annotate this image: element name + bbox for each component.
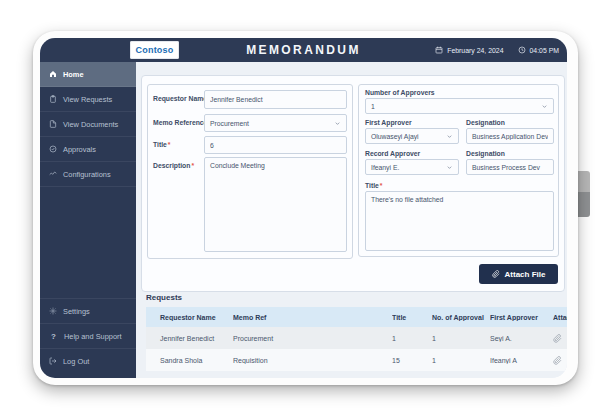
record-designation-input[interactable] <box>466 159 554 175</box>
attach-file-label: Attach File <box>505 270 546 279</box>
header-date: February 24, 2024 <box>447 47 503 54</box>
col-attachment: Attachment <box>553 314 567 321</box>
paperclip-icon[interactable] <box>553 334 567 343</box>
question-icon: ? <box>49 332 58 341</box>
clipboard-icon <box>49 95 57 103</box>
sidebar-item-label: Home <box>63 70 84 79</box>
cell-title: 15 <box>392 357 432 364</box>
calendar-icon <box>435 46 443 54</box>
sidebar-item-help[interactable]: ? Help and Support <box>40 323 136 348</box>
title-label: Title <box>153 141 171 148</box>
title-input[interactable] <box>204 136 347 154</box>
clock-icon <box>518 46 526 54</box>
requestor-name-input[interactable] <box>204 90 347 109</box>
cell-first-approver: Seyi A. <box>490 335 553 342</box>
attach-file-button[interactable]: Attach File <box>479 264 558 284</box>
sidebar-item-approvals[interactable]: Approvals <box>40 137 136 162</box>
sidebar-item-home[interactable]: Home <box>40 62 136 87</box>
table-row[interactable]: Jennifer Benedict Procurement 1 1 Seyi A… <box>146 327 567 349</box>
col-first-approver: First Approver <box>490 314 553 321</box>
description-label: Description <box>153 162 194 169</box>
page-title: MEMORANDUM <box>246 43 361 57</box>
cell-requestor: Sandra Shola <box>146 357 233 364</box>
number-of-approvers-select[interactable]: 1 <box>365 98 554 114</box>
col-title: Title <box>392 314 432 321</box>
memo-reference-value: Procurement <box>210 120 249 127</box>
sidebar-item-label: Log Out <box>63 357 89 366</box>
cell-title: 1 <box>392 335 432 342</box>
contoso-logo: Contoso <box>130 41 179 59</box>
cell-first-approver: Ifeanyi A <box>490 357 553 364</box>
document-icon <box>49 120 57 128</box>
sidebar-item-label: View Documents <box>63 120 118 129</box>
gear-icon <box>49 307 57 315</box>
record-approver-value: Ifeanyi E. <box>371 164 399 171</box>
sidebar-item-label: Configurations <box>63 170 111 179</box>
logout-icon <box>49 357 57 365</box>
app-header: Contoso MEMORANDUM February 24, 2024 04:… <box>40 38 567 62</box>
first-designation-input[interactable] <box>466 128 554 144</box>
requestor-name-label: Requestor Name <box>153 95 211 102</box>
sidebar-item-configurations[interactable]: Configurations <box>40 162 136 187</box>
requests-section-title: Requests <box>146 293 182 302</box>
col-memo-ref: Memo Ref <box>233 314 392 321</box>
page: Contoso MEMORANDUM February 24, 2024 04:… <box>0 0 602 411</box>
approvers-panel: Number of Approvers 1 First Approver Olu… <box>358 84 559 257</box>
record-approver-label: Record Approver <box>365 150 420 157</box>
cell-approvals: 1 <box>432 335 490 342</box>
memo-reference-select[interactable]: Procurement <box>204 114 347 132</box>
first-approver-label: First Approver <box>365 119 412 126</box>
header-datetime: February 24, 2024 04:05 PM <box>435 38 559 62</box>
contoso-logo-text: Contoso <box>136 45 174 55</box>
attachment-title-textarea[interactable]: There's no file attatched <box>365 191 554 251</box>
attachment-title-label: Title <box>365 182 383 189</box>
activity-icon <box>49 170 57 178</box>
tablet-mockup: Contoso MEMORANDUM February 24, 2024 04:… <box>33 31 578 385</box>
first-designation-label: Designation <box>466 119 505 126</box>
main-content: Requestor Name Memo Reference Procuremen… <box>136 62 567 378</box>
col-no-of-approval: No. of Approval <box>432 314 490 321</box>
cell-approvals: 1 <box>432 357 490 364</box>
header-time: 04:05 PM <box>530 47 560 54</box>
description-textarea[interactable]: Conclude Meeting <box>204 157 347 252</box>
memo-reference-label: Memo Reference <box>153 119 211 126</box>
number-of-approvers-value: 1 <box>371 103 375 110</box>
check-circle-icon <box>49 145 57 153</box>
cell-memo-ref: Requisition <box>233 357 392 364</box>
memo-details-panel: Requestor Name Memo Reference Procuremen… <box>147 84 353 259</box>
cell-requestor: Jennifer Benedict <box>146 335 233 342</box>
first-approver-value: Oluwaseyi Ajayi <box>371 133 419 140</box>
chevron-down-icon <box>541 103 548 110</box>
sidebar-item-label: View Requests <box>63 95 112 104</box>
sidebar-item-label: Settings <box>63 307 90 316</box>
chevron-down-icon <box>446 164 453 171</box>
sidebar-footer: Settings ? Help and Support Log Out <box>40 298 136 373</box>
sidebar-item-label: Help and Support <box>64 332 122 341</box>
first-approver-select[interactable]: Oluwaseyi Ajayi <box>365 128 459 144</box>
app-screen: Contoso MEMORANDUM February 24, 2024 04:… <box>40 38 567 378</box>
chevron-down-icon <box>334 120 341 127</box>
col-requestor-name: Requestor Name <box>146 314 233 321</box>
memo-form-card: Requestor Name Memo Reference Procuremen… <box>141 75 565 292</box>
record-designation-label: Designation <box>466 150 505 157</box>
number-of-approvers-label: Number of Approvers <box>365 89 435 96</box>
cell-memo-ref: Procurement <box>233 335 392 342</box>
home-icon <box>49 70 57 78</box>
sidebar-item-label: Approvals <box>63 145 96 154</box>
table-row[interactable]: Sandra Shola Requisition 15 1 Ifeanyi A <box>146 349 567 371</box>
sidebar-item-view-requests[interactable]: View Requests <box>40 87 136 112</box>
sidebar-item-view-documents[interactable]: View Documents <box>40 112 136 137</box>
sidebar-item-settings[interactable]: Settings <box>40 298 136 323</box>
table-header-row: Requestor Name Memo Ref Title No. of App… <box>146 307 567 327</box>
record-approver-select[interactable]: Ifeanyi E. <box>365 159 459 175</box>
paperclip-icon[interactable] <box>553 356 567 365</box>
sidebar: Home View Requests View Documents Approv… <box>40 62 136 378</box>
sidebar-item-logout[interactable]: Log Out <box>40 348 136 373</box>
chevron-down-icon <box>446 133 453 140</box>
paperclip-icon <box>492 270 500 278</box>
requests-table: Requestor Name Memo Ref Title No. of App… <box>146 307 567 371</box>
